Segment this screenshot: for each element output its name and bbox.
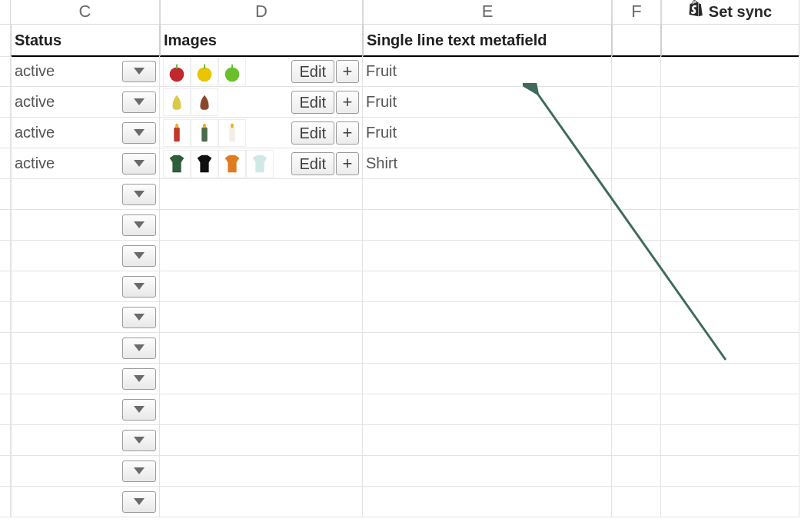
status-dropdown[interactable] bbox=[122, 214, 156, 236]
sync-cell[interactable] bbox=[661, 118, 799, 148]
edit-button[interactable]: Edit bbox=[291, 60, 334, 83]
sync-cell[interactable] bbox=[661, 333, 799, 364]
sync-cell[interactable] bbox=[661, 87, 799, 118]
status-cell[interactable]: active bbox=[11, 87, 160, 118]
status-dropdown[interactable] bbox=[122, 276, 156, 298]
status-cell[interactable] bbox=[11, 394, 160, 425]
status-cell[interactable] bbox=[11, 179, 160, 210]
images-cell[interactable] bbox=[160, 487, 363, 517]
status-cell[interactable] bbox=[11, 210, 160, 241]
image-thumbnail[interactable] bbox=[191, 58, 218, 85]
sync-cell[interactable] bbox=[661, 487, 799, 517]
images-cell[interactable] bbox=[160, 210, 363, 241]
header-sync[interactable] bbox=[661, 25, 799, 57]
status-cell[interactable] bbox=[11, 487, 160, 517]
status-dropdown[interactable] bbox=[122, 122, 156, 144]
metafield-cell[interactable] bbox=[363, 302, 612, 333]
add-image-button[interactable]: + bbox=[336, 152, 359, 175]
images-cell[interactable] bbox=[160, 333, 363, 364]
status-dropdown[interactable] bbox=[122, 461, 156, 482]
image-thumbnail[interactable] bbox=[163, 119, 191, 147]
f-cell[interactable] bbox=[612, 210, 661, 241]
sync-cell[interactable] bbox=[661, 364, 799, 394]
images-cell[interactable] bbox=[160, 302, 363, 333]
images-cell[interactable]: Edit + bbox=[160, 118, 363, 148]
f-cell[interactable] bbox=[612, 148, 661, 179]
status-dropdown[interactable] bbox=[122, 307, 156, 328]
metafield-cell[interactable] bbox=[363, 210, 612, 241]
status-cell[interactable] bbox=[11, 333, 160, 364]
status-cell[interactable] bbox=[11, 241, 160, 271]
column-header-d[interactable]: D bbox=[160, 0, 363, 25]
image-thumbnail[interactable] bbox=[191, 88, 218, 116]
images-cell[interactable]: Edit + bbox=[160, 56, 363, 87]
f-cell[interactable] bbox=[612, 118, 661, 148]
metafield-cell[interactable] bbox=[363, 456, 612, 487]
add-image-button[interactable]: + bbox=[336, 60, 359, 83]
status-cell[interactable] bbox=[11, 271, 160, 302]
sync-cell[interactable] bbox=[661, 148, 799, 179]
image-thumbnail[interactable] bbox=[191, 150, 218, 178]
status-dropdown[interactable] bbox=[122, 430, 156, 451]
metafield-cell[interactable]: Fruit bbox=[363, 118, 612, 148]
metafield-cell[interactable] bbox=[363, 179, 612, 210]
status-cell[interactable]: active bbox=[11, 148, 160, 179]
metafield-cell[interactable]: Fruit bbox=[363, 87, 612, 118]
metafield-cell[interactable]: Fruit bbox=[363, 56, 612, 87]
sync-cell[interactable] bbox=[661, 456, 799, 487]
status-cell[interactable] bbox=[11, 364, 160, 394]
f-cell[interactable] bbox=[612, 333, 661, 364]
f-cell[interactable] bbox=[612, 487, 661, 517]
images-cell[interactable] bbox=[160, 271, 363, 302]
edit-button[interactable]: Edit bbox=[291, 152, 334, 175]
sync-cell[interactable] bbox=[661, 179, 799, 210]
images-cell[interactable] bbox=[160, 425, 363, 456]
image-thumbnail[interactable] bbox=[218, 150, 246, 178]
f-cell[interactable] bbox=[612, 394, 661, 425]
column-header-e[interactable]: E bbox=[363, 0, 612, 25]
column-header-sync[interactable]: Set sync bbox=[661, 0, 799, 25]
status-dropdown[interactable] bbox=[122, 61, 156, 82]
f-cell[interactable] bbox=[612, 179, 661, 210]
f-cell[interactable] bbox=[612, 241, 661, 271]
metafield-cell[interactable] bbox=[363, 241, 612, 271]
image-thumbnail[interactable] bbox=[163, 150, 191, 178]
edit-button[interactable]: Edit bbox=[291, 91, 334, 114]
status-cell[interactable]: active bbox=[11, 118, 160, 148]
f-cell[interactable] bbox=[612, 271, 661, 302]
sync-cell[interactable] bbox=[661, 394, 799, 425]
column-header-c[interactable]: C bbox=[11, 0, 160, 25]
header-metafield[interactable]: Single line text metafield bbox=[363, 25, 612, 57]
metafield-cell[interactable] bbox=[363, 425, 612, 456]
image-thumbnail[interactable] bbox=[218, 58, 246, 85]
column-header-f[interactable]: F bbox=[612, 0, 661, 25]
status-cell[interactable] bbox=[11, 456, 160, 487]
status-dropdown[interactable] bbox=[122, 491, 156, 513]
status-dropdown[interactable] bbox=[122, 91, 156, 113]
f-cell[interactable] bbox=[612, 425, 661, 456]
header-f[interactable] bbox=[612, 25, 661, 57]
sync-cell[interactable] bbox=[661, 271, 799, 302]
status-dropdown[interactable] bbox=[122, 245, 156, 267]
metafield-cell[interactable] bbox=[363, 364, 612, 394]
metafield-cell[interactable] bbox=[363, 333, 612, 364]
header-status[interactable]: Status bbox=[11, 25, 160, 57]
edit-button[interactable]: Edit bbox=[291, 121, 334, 145]
sync-cell[interactable] bbox=[661, 210, 799, 241]
f-cell[interactable] bbox=[612, 302, 661, 333]
status-dropdown[interactable] bbox=[122, 184, 156, 205]
metafield-cell[interactable] bbox=[363, 271, 612, 302]
add-image-button[interactable]: + bbox=[336, 91, 359, 114]
f-cell[interactable] bbox=[612, 456, 661, 487]
images-cell[interactable] bbox=[160, 179, 363, 210]
f-cell[interactable] bbox=[612, 56, 661, 87]
sync-cell[interactable] bbox=[661, 241, 799, 271]
images-cell[interactable] bbox=[160, 456, 363, 487]
status-dropdown[interactable] bbox=[122, 337, 156, 359]
sync-cell[interactable] bbox=[661, 56, 799, 87]
image-thumbnail[interactable] bbox=[218, 119, 246, 147]
images-cell[interactable]: Edit + bbox=[160, 148, 363, 179]
image-thumbnail[interactable] bbox=[163, 88, 191, 116]
metafield-cell[interactable]: Shirt bbox=[363, 148, 612, 179]
sync-cell[interactable] bbox=[661, 425, 799, 456]
